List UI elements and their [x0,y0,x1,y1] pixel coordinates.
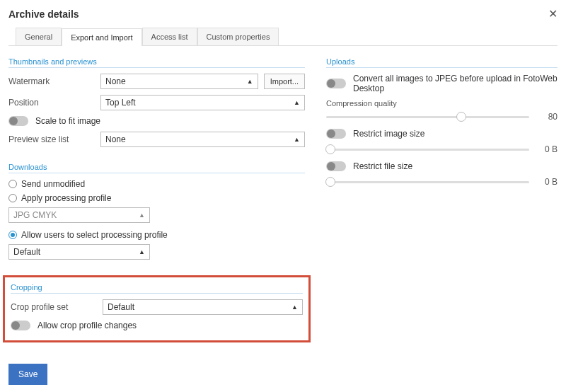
watermark-label: Watermark [8,76,95,86]
radio-send-unmodified[interactable] [8,180,17,188]
compression-slider[interactable] [326,116,529,118]
watermark-value: None [105,76,126,86]
restrict-image-slider[interactable] [326,149,529,151]
section-thumbnails: Thumbnails and previews Watermark None ▲… [8,57,305,147]
slider-thumb-icon[interactable] [325,144,335,154]
position-value: Top Left [105,98,136,108]
footer: Save [8,364,47,385]
section-downloads: Downloads Send unmodified Apply processi… [8,163,305,260]
dialog-header: Archive details ✕ [8,7,558,21]
tab-general[interactable]: General [16,28,62,45]
crop-set-select[interactable]: Default ▲ [103,299,303,315]
allow-crop-label: Allow crop profile changes [37,321,137,330]
slider-thumb-icon[interactable] [325,177,335,187]
section-uploads: Uploads Convert all images to JPEG befor… [326,57,558,187]
apply-profile-label: Apply processing profile [21,193,111,203]
section-title: Cropping [11,283,303,294]
scale-toggle[interactable] [8,116,28,126]
compression-value: 80 [536,112,558,122]
crop-set-label: Crop profile set [11,302,97,312]
preview-value: None [105,134,126,144]
close-icon[interactable]: ✕ [548,7,558,21]
profile-select[interactable]: JPG CMYK ▲ [8,207,150,223]
section-title: Thumbnails and previews [8,57,305,68]
scale-label: Scale to fit image [35,116,100,126]
cropping-highlight: Cropping Crop profile set Default ▲ Allo… [3,275,311,342]
save-button[interactable]: Save [8,364,47,385]
allow-select-label: Allow users to select processing profile [21,230,168,240]
restrict-file-slider[interactable] [326,181,529,183]
restrict-image-value: 0 B [536,144,558,154]
default-select[interactable]: Default ▲ [8,244,150,260]
caret-icon: ▲ [294,99,300,106]
tab-custom-properties[interactable]: Custom properties [197,28,279,45]
caret-icon: ▲ [139,248,145,255]
crop-set-value: Default [108,302,134,312]
allow-crop-toggle[interactable] [11,321,30,330]
dialog-title: Archive details [8,8,79,20]
convert-jpeg-toggle[interactable] [326,79,346,88]
section-title: Uploads [326,57,558,68]
watermark-select[interactable]: None ▲ [100,74,258,89]
restrict-image-label: Restrict image size [353,129,424,139]
import-button[interactable]: Import... [264,74,305,89]
restrict-file-value: 0 B [536,177,558,187]
default-value: Default [13,247,40,257]
profile-value: JPG CMYK [13,210,57,220]
convert-jpeg-label: Convert all images to JPEG before upload… [353,74,558,93]
slider-thumb-icon[interactable] [456,112,466,122]
restrict-file-label: Restrict file size [353,161,412,171]
caret-icon: ▲ [247,78,253,85]
restrict-file-toggle[interactable] [326,161,346,171]
restrict-image-toggle[interactable] [326,129,346,139]
tab-export-import[interactable]: Export and Import [62,28,142,46]
tab-access-list[interactable]: Access list [142,28,197,45]
radio-apply-profile[interactable] [8,194,17,202]
caret-icon: ▲ [294,136,300,143]
preview-select[interactable]: None ▲ [100,132,305,147]
position-select[interactable]: Top Left ▲ [100,95,305,110]
send-unmodified-label: Send unmodified [21,179,85,189]
position-label: Position [8,98,95,108]
radio-allow-select[interactable] [8,231,17,239]
preview-label: Preview size list [8,134,95,144]
caret-icon: ▲ [291,304,298,311]
tab-bar: General Export and Import Access list Cu… [8,28,558,46]
section-title: Downloads [8,163,305,173]
section-cropping: Cropping Crop profile set Default ▲ Allo… [11,283,303,330]
compression-label: Compression quality [326,99,558,108]
caret-icon: ▲ [139,212,145,219]
